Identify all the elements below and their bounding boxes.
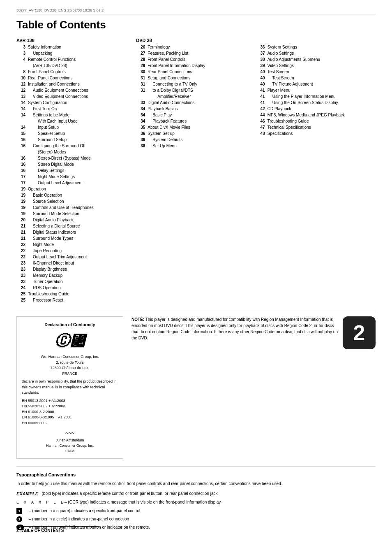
toc-label: Output Level Trim Adjustment	[28, 254, 132, 260]
toc-label: 6-Channel Direct Input	[28, 260, 132, 266]
col3-heading	[256, 38, 371, 43]
toc-entry: 41Using the Player Information Menu	[256, 94, 371, 100]
declaration-box: Declaration of Conformity Ⓒ⃄ We, Harman …	[16, 316, 123, 459]
toc-page-number: 41	[256, 88, 265, 93]
toc-entry: 34Playback Basics	[136, 106, 251, 112]
toc-label: Digital Status Indicators	[28, 230, 132, 235]
toc-entry: With Each Input Used	[16, 118, 132, 124]
toc-label: Settings to be Made	[28, 112, 132, 118]
toc-label: (AVR 138/DVD 28)	[28, 63, 132, 69]
toc-page-number: 16	[16, 137, 25, 143]
signer-company: Harman Consumer Group, Inc.	[22, 443, 118, 448]
toc-entry: 38Audio Adjustments Submenu	[256, 57, 371, 63]
typo-entry: E X A M P L E – (OCR type) indicates a m…	[16, 499, 376, 506]
toc-label: Display Brigthness	[28, 267, 132, 272]
toc-label: System Defaults	[148, 137, 251, 143]
typo-intro: In order to help you use this manual wit…	[16, 481, 376, 487]
toc-entry: 24RDS Operation	[16, 285, 132, 291]
toc-entry: 19Basic Operation	[16, 193, 132, 198]
toc-page-number: 40	[256, 81, 265, 87]
toc-entry: 31to a Dolby Digital/DTS	[136, 88, 251, 93]
toc-entry: 10Rear Panel Connections	[16, 75, 132, 81]
signer-date: 07/08	[22, 448, 118, 454]
toc-page-number: 31	[136, 81, 145, 87]
toc-page-number: 19	[16, 199, 25, 204]
toc-entry: 3Unpacking	[16, 51, 132, 56]
toc-label: Stereo Digital Mode	[28, 162, 132, 167]
toc-page-number: 14	[16, 100, 25, 106]
toc-entry: 22Night Mode	[16, 242, 132, 248]
toc-entry: 46Troubleshooting Guide	[256, 118, 371, 124]
toc-entry: 22Output Level Trim Adjustment	[16, 254, 132, 260]
toc-label: to a Dolby Digital/DTS	[148, 88, 251, 93]
toc-entry: 14Input Setup	[16, 125, 132, 130]
toc-entry: 16Surround Setup	[16, 137, 132, 143]
page-title: Table of Contents	[16, 19, 376, 31]
toc-label: Using the On-Screen Status Display	[267, 100, 371, 106]
toc-entry: 30Rear Panel Connections	[136, 69, 251, 75]
toc-label: Operation	[28, 186, 132, 192]
toc-entry: 23Memory Backup	[16, 273, 132, 279]
toc-entry: 14System Configuration	[16, 100, 132, 106]
col1-heading: AVR 138	[16, 38, 132, 43]
toc-entry: 31Setup and Connections	[136, 75, 251, 81]
toc-page-number: 23	[16, 273, 25, 279]
toc-label: Delay Settings	[28, 168, 132, 174]
toc-label: About DivX Movie Files	[148, 125, 251, 130]
header-bar: 38277_AVR138_DVD28_ENG 23/07/08 18:36 Si…	[16, 8, 376, 14]
toc-label: Rear Panel Connections	[28, 75, 132, 81]
toc-page-number: 37	[256, 51, 265, 56]
toc-label: System Set-up	[148, 131, 251, 137]
toc-page-number: 16	[16, 143, 25, 149]
toc-page-number: 25	[16, 291, 25, 297]
toc-page-number: 41	[256, 100, 265, 106]
typo-entries: EXAMPLE – (bold type) indicates a specif…	[16, 490, 376, 531]
typo-title: Typographical Conventions	[16, 471, 376, 479]
toc-entry: 39Video Settings	[256, 63, 371, 69]
toc-entry: 13Video Equipment Connections	[16, 94, 132, 100]
toc-page-number: 12	[16, 81, 25, 87]
toc-section: AVR 138 3Safety Information3Unpacking4Re…	[16, 38, 376, 304]
toc-entry: 17Output Level Adjustment	[16, 180, 132, 186]
declaration-declare: declare in own responsibility, that the …	[22, 379, 118, 396]
toc-page-number: 19	[16, 193, 25, 198]
toc-page-number: 4	[16, 57, 25, 63]
toc-entry: 34Playback Features	[136, 118, 251, 124]
typo-icon: EXAMPLE	[16, 490, 38, 498]
toc-page-number: 26	[136, 44, 145, 50]
typo-desc: – (number in a square) indicates a speci…	[29, 508, 140, 514]
toc-label: Front Panel Controls	[148, 57, 251, 63]
toc-page-number: 41	[256, 94, 265, 100]
toc-page-number: 16	[16, 162, 25, 167]
toc-page-number: 19	[16, 186, 25, 192]
toc-label: Specifications	[267, 131, 371, 137]
typo-desc: – (OCR type) indicates a message that is…	[65, 499, 221, 506]
toc-page-number: 24	[16, 285, 25, 291]
toc-label: Stereo-Direct (Bypass) Mode	[28, 156, 132, 161]
header-text: 38277_AVR138_DVD28_ENG 23/07/08 18:36 Si…	[16, 8, 104, 12]
toc-label: Unpacking	[28, 51, 132, 56]
toc-entry: 14Settings to be Made	[16, 112, 132, 118]
typo-entry: 1 – (number in a circle) indicates a rea…	[16, 516, 376, 522]
toc-page-number: 13	[16, 94, 25, 100]
typo-icon: 1	[16, 516, 29, 522]
toc-entry: 17Night Mode Settings	[16, 174, 132, 180]
note-body: This player is designed and manufactured…	[131, 317, 338, 340]
page: 38277_AVR138_DVD28_ENG 23/07/08 18:36 Si…	[0, 0, 392, 541]
declaration-title: Declaration of Conformity	[22, 322, 118, 328]
toc-label: Audio Adjustments Submenu	[267, 57, 371, 63]
toc-label: Test Screen	[267, 75, 371, 81]
toc-label: Output Level Adjustment	[28, 180, 132, 186]
typo-entry: EXAMPLE – (bold type) indicates a specif…	[16, 490, 376, 498]
toc-label: Installation and Connections	[28, 81, 132, 87]
toc-page-number: 31	[136, 75, 145, 81]
toc-page-number: 29	[136, 63, 145, 69]
toc-entry: 21Selecting a Digital Source	[16, 223, 132, 229]
ce-mark: Ⓒ⃄	[22, 330, 118, 353]
toc-entry: 21Surround Mode Types	[16, 236, 132, 241]
toc-page-number: 36	[256, 44, 265, 50]
toc-entry: 40Test Screen	[256, 75, 371, 81]
toc-page-number: 22	[16, 242, 25, 248]
toc-page-number: 33	[136, 100, 145, 106]
toc-entry: 40TV Picture Adjustment	[256, 81, 371, 87]
